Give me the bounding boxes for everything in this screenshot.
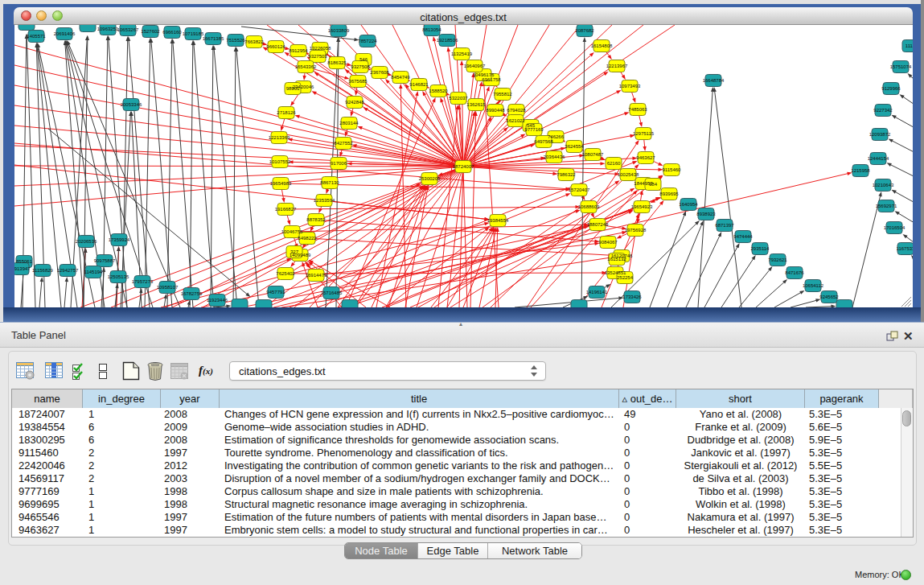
- svg-text:10963251: 10963251: [97, 27, 119, 31]
- svg-text:8938923: 8938923: [696, 212, 716, 216]
- svg-text:8912954: 8912954: [289, 48, 308, 53]
- svg-text:16543362: 16543362: [295, 64, 317, 69]
- svg-text:10688609: 10688609: [578, 204, 600, 209]
- svg-text:19654923: 19654923: [631, 204, 653, 209]
- svg-text:16154808: 16154808: [591, 43, 613, 48]
- svg-text:2087682: 2087682: [575, 28, 594, 33]
- svg-text:9327508: 9327508: [351, 64, 370, 69]
- svg-text:12213369: 12213369: [269, 135, 290, 140]
- svg-text:10807487: 10807487: [582, 152, 604, 157]
- svg-text:7515526: 7515526: [226, 38, 245, 43]
- svg-text:6966160: 6966160: [162, 30, 182, 35]
- svg-text:9115460: 9115460: [663, 167, 682, 172]
- svg-text:10107552: 10107552: [269, 159, 291, 164]
- svg-text:8813054: 8813054: [422, 27, 441, 32]
- svg-text:6871397: 6871397: [715, 223, 734, 228]
- svg-text:25300205: 25300205: [419, 176, 441, 181]
- svg-text:13226058: 13226058: [310, 46, 331, 51]
- svg-text:8990448: 8990448: [486, 108, 505, 113]
- svg-text:7625402: 7625402: [276, 271, 295, 276]
- svg-text:8427552: 8427552: [334, 141, 353, 146]
- svg-text:19218506: 19218506: [437, 38, 458, 43]
- svg-text:9242848: 9242848: [345, 100, 364, 105]
- svg-text:16914479: 16914479: [306, 273, 327, 278]
- svg-text:9777169: 9777169: [524, 127, 544, 132]
- svg-text:327: 327: [290, 249, 299, 254]
- svg-text:9474444: 9474444: [733, 234, 753, 239]
- svg-text:19654983: 19654983: [270, 181, 292, 186]
- svg-text:17016504: 17016504: [884, 225, 906, 230]
- svg-text:8471676: 8471676: [785, 270, 804, 275]
- svg-text:9245652: 9245652: [819, 295, 839, 299]
- svg-text:16782759: 16782759: [181, 291, 203, 296]
- svg-text:17359924: 17359924: [109, 237, 130, 242]
- svg-text:2803144: 2803144: [339, 121, 359, 126]
- svg-text:12505135: 12505135: [108, 274, 129, 279]
- svg-text:10210643: 10210643: [873, 183, 894, 187]
- svg-text:98901: 98901: [286, 86, 300, 91]
- svg-text:2718126: 2718126: [277, 110, 296, 115]
- svg-text:15716485: 15716485: [321, 290, 343, 295]
- svg-text:1527602: 1527602: [141, 29, 160, 34]
- svg-text:18807249: 18807249: [587, 222, 609, 227]
- svg-text:252254: 252254: [617, 275, 634, 280]
- svg-text:12353594: 12353594: [314, 198, 335, 203]
- svg-text:9327503: 9327503: [308, 54, 327, 59]
- svg-text:62160: 62160: [607, 161, 621, 166]
- svg-text:9457791: 9457791: [266, 290, 285, 295]
- svg-text:12975115: 12975115: [633, 131, 655, 136]
- svg-text:6961758: 6961758: [482, 77, 501, 82]
- svg-text:984: 984: [649, 182, 658, 187]
- svg-text:12942757: 12942757: [57, 268, 79, 273]
- svg-text:10958107: 10958107: [157, 285, 179, 290]
- svg-text:10496176: 10496176: [473, 72, 495, 77]
- svg-text:90975887: 90975887: [94, 258, 116, 263]
- svg-text:10653267: 10653267: [117, 27, 139, 32]
- svg-text:1621022: 1621022: [506, 118, 525, 123]
- svg-text:19166827: 19166827: [275, 207, 297, 212]
- svg-text:9129966: 9129966: [881, 86, 901, 91]
- svg-text:8186325: 8186325: [327, 60, 347, 65]
- svg-text:16033809: 16033809: [328, 28, 350, 33]
- svg-text:9227342: 9227342: [873, 108, 893, 113]
- svg-text:8878352: 8878352: [306, 217, 326, 222]
- svg-text:15692971: 15692971: [876, 204, 897, 208]
- svg-text:7663822: 7663822: [244, 39, 264, 44]
- svg-text:9084067: 9084067: [598, 240, 618, 245]
- svg-text:19756928: 19756928: [625, 228, 647, 233]
- svg-text:1167533: 1167533: [897, 246, 913, 251]
- svg-text:8939695: 8939695: [659, 192, 679, 196]
- svg-text:855061: 855061: [16, 259, 33, 264]
- svg-text:10973493: 10973493: [619, 84, 641, 89]
- svg-text:6794028: 6794028: [507, 108, 526, 113]
- svg-text:12444154: 12444154: [868, 156, 889, 161]
- svg-text:5322037: 5322037: [449, 96, 468, 101]
- svg-text:20364436: 20364436: [544, 154, 565, 159]
- svg-text:10719185: 10719185: [183, 31, 204, 36]
- svg-text:9146821: 9146821: [409, 82, 429, 87]
- svg-text:1405571: 1405571: [27, 34, 46, 39]
- svg-text:9660124: 9660124: [266, 44, 285, 49]
- svg-text:546: 546: [359, 57, 368, 62]
- svg-text:19640967: 19640967: [464, 64, 486, 68]
- svg-text:10046755: 10046755: [281, 229, 303, 234]
- svg-text:9463627: 9463627: [636, 155, 655, 160]
- svg-text:1733426: 1733426: [622, 295, 642, 299]
- svg-text:7485063: 7485063: [628, 107, 647, 112]
- svg-text:2935114: 2935114: [751, 246, 770, 251]
- svg-text:7857224: 7857224: [358, 39, 377, 43]
- svg-text:1588520: 1588520: [429, 89, 448, 93]
- svg-text:6497568: 6497568: [534, 139, 553, 144]
- svg-text:8454749: 8454749: [391, 75, 410, 80]
- svg-text:7986322: 7986322: [556, 172, 576, 177]
- svg-text:11923446: 11923446: [207, 298, 228, 303]
- svg-text:20053346: 20053346: [121, 102, 142, 107]
- svg-text:10025438: 10025438: [618, 172, 639, 177]
- svg-text:7932621: 7932621: [768, 257, 787, 262]
- svg-text:7955812: 7955812: [493, 92, 512, 97]
- svg-text:3913947: 3913947: [14, 266, 31, 271]
- svg-text:12213967: 12213967: [606, 64, 628, 68]
- svg-text:1362615: 1362615: [466, 102, 486, 107]
- svg-text:19384554: 19384554: [487, 218, 509, 223]
- svg-text:8867130: 8867130: [320, 180, 339, 185]
